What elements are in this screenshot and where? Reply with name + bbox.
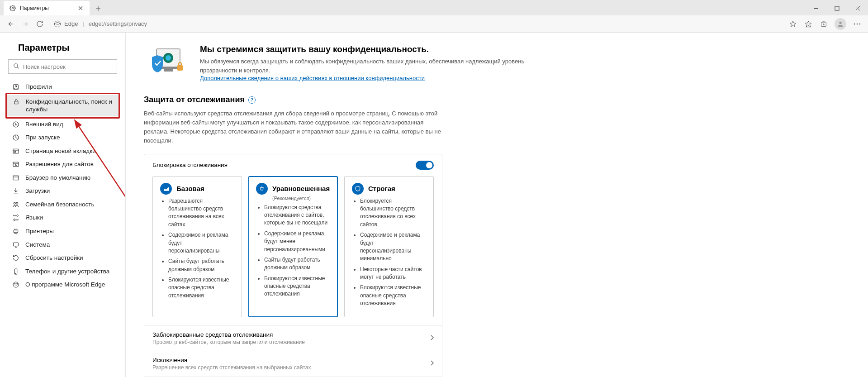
favorite-button[interactable]: [786, 17, 800, 31]
gear-icon: [9, 5, 16, 12]
favorites-bar-button[interactable]: [801, 17, 816, 31]
back-button[interactable]: [4, 17, 18, 31]
profile-avatar[interactable]: [835, 18, 846, 30]
card-icon: [256, 183, 268, 195]
search-input[interactable]: [23, 63, 112, 70]
card-title: Строгая: [368, 185, 395, 192]
toolbar: Edge | edge://settings/privacy: [0, 15, 868, 33]
sidebar-item[interactable]: Профили: [6, 80, 119, 94]
sidebar-item-icon: [12, 228, 20, 235]
sidebar-item[interactable]: Разрешения для сайтов: [6, 157, 119, 171]
menu-button[interactable]: [850, 17, 864, 31]
card-bullet: Блокируются известные опасные средства о…: [360, 284, 426, 307]
new-tab-button[interactable]: [91, 2, 105, 15]
sidebar-item-label: Профили: [25, 83, 52, 91]
sidebar-item-label: Страница новой вкладки: [25, 147, 96, 155]
blocked-trackers-row[interactable]: Заблокированные средства отслеживания Пр…: [144, 325, 442, 351]
svg-rect-22: [14, 230, 18, 232]
window-minimize-button[interactable]: [806, 1, 826, 15]
sidebar-item[interactable]: Языки: [6, 211, 119, 224]
tracking-heading: Защита от отслеживания: [144, 95, 245, 105]
sidebar-item-icon: [12, 121, 20, 128]
address-separator: |: [82, 20, 84, 27]
sidebar-item-label: При запуске: [25, 134, 60, 142]
window-close-button[interactable]: [847, 1, 868, 15]
collections-button[interactable]: [816, 17, 831, 31]
card-bullet: Содержимое и реклама будут персонализиро…: [168, 231, 234, 255]
tracking-level-card[interactable]: СтрогаяБлокируется большинство средств о…: [344, 176, 434, 317]
sidebar-item[interactable]: Телефон и другие устройства: [6, 265, 119, 278]
svg-marker-4: [805, 21, 811, 27]
sidebar-item-icon: [12, 268, 20, 275]
tracking-desc: Веб-сайты используют средства отслеживан…: [144, 109, 442, 146]
settings-main: Мы стремимся защитить вашу конфиденциаль…: [126, 33, 868, 377]
svg-rect-1: [835, 6, 839, 10]
sidebar-item-label: Внешний вид: [25, 120, 63, 129]
svg-point-7: [854, 23, 855, 24]
sidebar-item[interactable]: Система: [6, 238, 119, 252]
svg-point-12: [15, 86, 16, 87]
browser-tab[interactable]: Параметры: [4, 1, 90, 15]
card-bullet: Содержимое и реклама будут менее персона…: [264, 230, 330, 253]
sidebar-item[interactable]: Страница новой вкладки: [6, 144, 119, 158]
svg-rect-19: [13, 176, 19, 180]
forward-button[interactable]: [18, 17, 33, 31]
sidebar-item-icon: [12, 174, 20, 181]
sidebar-item-icon: [12, 98, 20, 105]
sidebar-item-label: Языки: [25, 214, 43, 222]
sidebar-item-icon: [12, 148, 20, 155]
exceptions-title: Исключения: [152, 357, 430, 363]
sidebar-item[interactable]: Конфиденциальность, поиск и службы: [7, 95, 119, 116]
search-icon: [13, 63, 19, 71]
svg-point-9: [859, 23, 861, 24]
exceptions-row[interactable]: Исключения Разрешение всех средств отсле…: [144, 351, 442, 376]
svg-rect-32: [177, 65, 183, 71]
close-tab-icon[interactable]: [77, 5, 84, 12]
exceptions-sub: Разрешение всех средств отслеживания на …: [152, 364, 430, 371]
svg-point-20: [14, 202, 15, 204]
refresh-button[interactable]: [33, 17, 47, 31]
tracking-level-card[interactable]: БазоваяРазрешаются большинство средств о…: [152, 176, 242, 317]
svg-rect-17: [14, 151, 15, 153]
svg-point-6: [839, 21, 841, 24]
sidebar-item-icon: [12, 241, 20, 248]
svg-rect-23: [14, 243, 19, 246]
svg-point-8: [857, 23, 858, 24]
sidebar-item[interactable]: Принтеры: [6, 224, 119, 238]
sidebar-item-label: Конфиденциальность, поиск и службы: [26, 98, 115, 114]
card-bullet: Некоторые части сайтов могут не работать: [360, 266, 426, 282]
titlebar: Параметры: [0, 0, 868, 15]
sidebar-item[interactable]: О программе Microsoft Edge: [6, 278, 119, 291]
sidebar-item[interactable]: При запуске: [6, 131, 119, 144]
window-maximize-button[interactable]: [826, 1, 847, 15]
hero-link[interactable]: Дополнительные сведения о наших действия…: [200, 75, 425, 81]
help-icon[interactable]: ?: [248, 96, 256, 104]
sidebar-item-icon: [12, 214, 20, 221]
sidebar-item-label: Принтеры: [25, 227, 54, 235]
card-recommended: (Рекомендуется): [272, 196, 330, 201]
tracking-panel: Блокировка отслеживания БазоваяРазрешают…: [144, 154, 442, 377]
sidebar-item-label: Загрузки: [25, 187, 50, 195]
address-bar[interactable]: Edge | edge://settings/privacy: [53, 20, 786, 28]
block-tracking-toggle[interactable]: [416, 161, 434, 170]
card-bullet: Блокируется большинство средств отслежив…: [360, 197, 426, 229]
card-title: Уравновешенная: [272, 185, 330, 192]
block-tracking-label: Блокировка отслеживания: [152, 162, 228, 168]
svg-point-0: [12, 7, 14, 9]
annotation-highlight: Конфиденциальность, поиск и службы: [5, 93, 120, 119]
sidebar-item[interactable]: Загрузки: [6, 184, 119, 198]
sidebar-item[interactable]: Внешний вид: [6, 118, 119, 131]
sidebar-item-icon: [12, 161, 20, 168]
card-bullet: Блокируются известные опасные средства о…: [264, 275, 330, 298]
hero-title: Мы стремимся защитить вашу конфиденциаль…: [200, 44, 553, 54]
sidebar-item[interactable]: Семейная безопасность: [6, 198, 119, 211]
card-icon: [160, 183, 172, 195]
sidebar-item[interactable]: Браузер по умолчанию: [6, 171, 119, 185]
settings-search[interactable]: [8, 59, 117, 74]
sidebar-item-label: Сбросить настройки: [25, 254, 83, 262]
svg-rect-18: [13, 162, 19, 167]
privacy-hero: Мы стремимся защитить вашу конфиденциаль…: [144, 44, 850, 81]
tracking-level-card[interactable]: Уравновешенная(Рекомендуется)Блокируются…: [248, 176, 338, 317]
sidebar-item[interactable]: Сбросить настройки: [6, 251, 119, 265]
card-bullet: Сайты будут работать должным образом: [168, 258, 234, 273]
